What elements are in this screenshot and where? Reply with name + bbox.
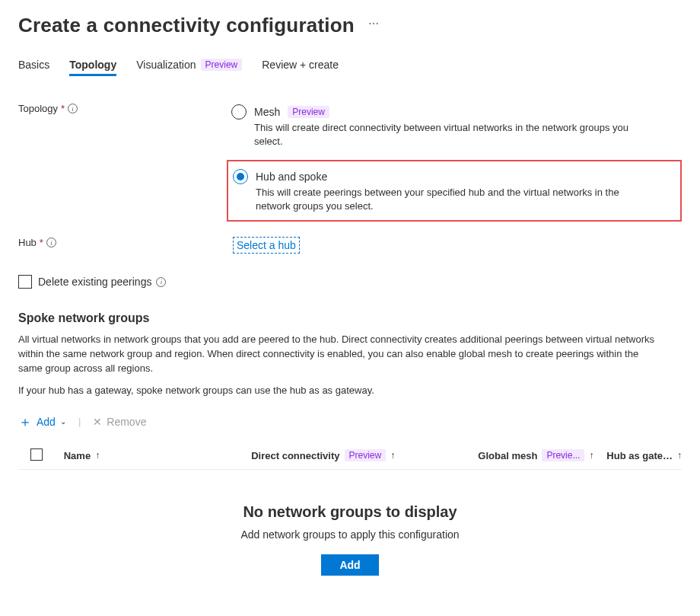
sort-arrow-icon: ↑ bbox=[589, 450, 593, 461]
page-title: Create a connectivity configuration bbox=[18, 14, 355, 37]
radio-mesh-title: Mesh Preview bbox=[254, 106, 329, 118]
radio-hub-spoke-label: Hub and spoke bbox=[256, 171, 327, 183]
spoke-section-desc-2: If your hub has a gateway, spoke network… bbox=[18, 384, 657, 398]
column-dc-label: Direct connectivity bbox=[251, 450, 339, 461]
chevron-down-icon: ⌄ bbox=[60, 417, 66, 426]
radio-mesh-label: Mesh bbox=[254, 106, 280, 118]
topology-label-text: Topology bbox=[18, 103, 58, 114]
select-hub-link[interactable]: Select a hub bbox=[233, 237, 300, 254]
preview-badge: Preview bbox=[201, 59, 243, 71]
preview-badge: Preview bbox=[345, 449, 387, 461]
tab-topology[interactable]: Topology bbox=[69, 59, 116, 75]
column-hub-as-gateway[interactable]: Hub as gate… ↑ bbox=[606, 450, 682, 461]
empty-state-title: No network groups to display bbox=[18, 503, 682, 521]
empty-add-button[interactable]: Add bbox=[321, 554, 378, 576]
preview-badge: Preview bbox=[288, 106, 329, 118]
radio-hub-spoke[interactable] bbox=[233, 169, 248, 184]
sort-arrow-icon: ↑ bbox=[390, 450, 395, 461]
sort-arrow-icon: ↑ bbox=[95, 450, 100, 461]
select-all-checkbox[interactable] bbox=[30, 448, 43, 461]
preview-badge: Previe... bbox=[542, 449, 584, 461]
column-name-label: Name bbox=[64, 450, 91, 461]
required-marker: * bbox=[61, 103, 65, 114]
remove-button[interactable]: ✕ Remove bbox=[93, 416, 146, 428]
hub-field-label: Hub * i bbox=[18, 237, 231, 248]
delete-peerings-label: Delete existing peerings i bbox=[38, 276, 166, 288]
tab-review-create[interactable]: Review + create bbox=[262, 59, 339, 75]
add-button[interactable]: ＋ Add ⌄ bbox=[18, 415, 66, 429]
table-header: Name ↑ Direct connectivity Preview ↑ Glo… bbox=[18, 442, 682, 470]
table-toolbar: ＋ Add ⌄ | ✕ Remove bbox=[18, 415, 682, 429]
add-button-label: Add bbox=[37, 416, 56, 428]
radio-mesh-description: This will create direct connectivity bet… bbox=[254, 121, 650, 148]
delete-peerings-checkbox[interactable] bbox=[18, 275, 32, 289]
topology-radio-group: Mesh Preview This will create direct con… bbox=[231, 103, 682, 222]
hub-value: Select a hub bbox=[231, 237, 300, 254]
close-icon: ✕ bbox=[93, 416, 102, 428]
radio-option-hub-spoke[interactable]: Hub and spoke This will create peerings … bbox=[227, 160, 682, 222]
column-direct-connectivity[interactable]: Direct connectivity Preview ↑ bbox=[251, 449, 478, 461]
required-marker: * bbox=[40, 237, 43, 248]
info-icon[interactable]: i bbox=[46, 238, 56, 247]
sort-arrow-icon: ↑ bbox=[677, 450, 682, 461]
empty-state: No network groups to display Add network… bbox=[18, 503, 682, 576]
tab-visualization-label: Visualization bbox=[136, 59, 196, 71]
radio-hub-spoke-description: This will create peerings between your s… bbox=[256, 186, 651, 212]
radio-option-mesh[interactable]: Mesh Preview This will create direct con… bbox=[231, 103, 682, 157]
plus-icon: ＋ bbox=[18, 415, 32, 429]
column-hg-label: Hub as gate… bbox=[606, 450, 673, 461]
hub-label-text: Hub bbox=[18, 237, 37, 248]
radio-mesh[interactable] bbox=[231, 104, 247, 120]
topology-field-label: Topology * i bbox=[18, 103, 231, 114]
column-global-mesh[interactable]: Global mesh Previe... ↑ bbox=[478, 449, 606, 461]
spoke-section-desc-1: All virtual networks in network groups t… bbox=[18, 333, 657, 376]
empty-state-subtitle: Add network groups to apply this configu… bbox=[18, 528, 682, 541]
spoke-section-title: Spoke network groups bbox=[18, 311, 682, 325]
tab-basics[interactable]: Basics bbox=[18, 59, 49, 75]
delete-peerings-text: Delete existing peerings bbox=[38, 276, 151, 288]
tab-bar: Basics Topology Visualization Preview Re… bbox=[18, 59, 682, 75]
remove-button-label: Remove bbox=[107, 416, 146, 428]
info-icon[interactable]: i bbox=[156, 277, 166, 287]
column-gm-label: Global mesh bbox=[478, 450, 537, 461]
tab-visualization[interactable]: Visualization Preview bbox=[136, 59, 242, 75]
more-actions-button[interactable]: ⋯ bbox=[368, 18, 380, 34]
toolbar-separator: | bbox=[78, 416, 81, 427]
column-name[interactable]: Name ↑ bbox=[64, 450, 251, 461]
info-icon[interactable]: i bbox=[68, 104, 78, 113]
